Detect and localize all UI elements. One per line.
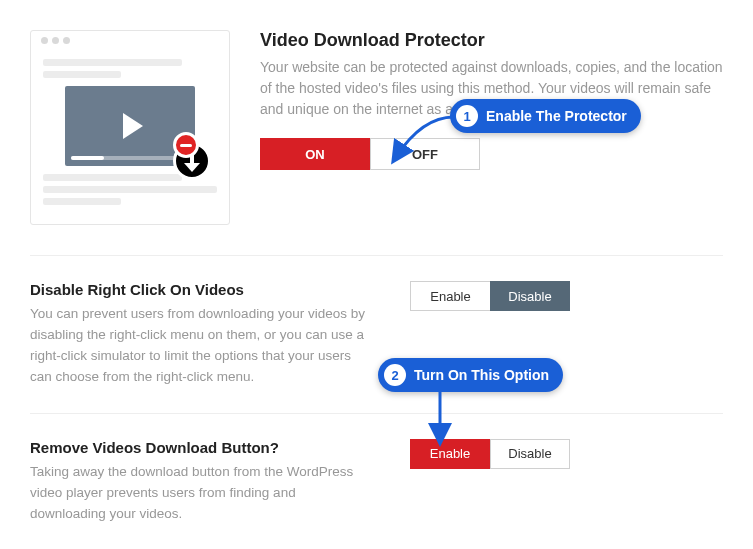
protector-toggle: ON OFF xyxy=(260,138,723,170)
callout-turn-on-option: 2 Turn On This Option xyxy=(378,358,563,392)
browser-preview-illustration xyxy=(30,30,230,225)
callout-text: Enable The Protector xyxy=(486,108,627,124)
option-title: Disable Right Click On Videos xyxy=(30,281,370,298)
section-title: Video Download Protector xyxy=(260,30,723,51)
disable-right-click-section: Disable Right Click On Videos You can pr… xyxy=(30,256,723,414)
disable-button[interactable]: Disable xyxy=(490,439,570,469)
blocked-icon xyxy=(173,132,199,158)
option-title: Remove Videos Download Button? xyxy=(30,439,370,456)
callout-arrow-icon xyxy=(382,111,460,171)
callout-enable-protector: 1 Enable The Protector xyxy=(450,99,641,133)
video-download-protector-section: Video Download Protector Your website ca… xyxy=(30,30,723,256)
callout-number: 2 xyxy=(384,364,406,386)
option-description: Taking away the download button from the… xyxy=(30,462,370,525)
callout-arrow-icon xyxy=(420,390,460,448)
remove-download-button-section: Remove Videos Download Button? Taking aw… xyxy=(30,414,723,549)
option-description: You can prevent users from downloading y… xyxy=(30,304,370,388)
on-button[interactable]: ON xyxy=(260,138,370,170)
disable-button[interactable]: Disable xyxy=(490,281,570,311)
enable-button[interactable]: Enable xyxy=(410,281,490,311)
browser-dots xyxy=(31,31,229,48)
play-icon xyxy=(123,113,143,139)
right-click-toggle: Enable Disable xyxy=(410,281,570,311)
callout-text: Turn On This Option xyxy=(414,367,549,383)
